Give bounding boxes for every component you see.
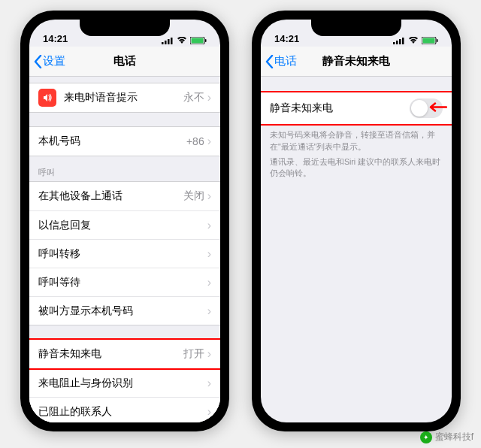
left-content: 来电时语音提示 永不 › 本机号码 +86 › 呼叫 在其他设备上通话 关闭 ›	[29, 83, 220, 422]
chevron-left-icon	[34, 55, 42, 68]
back-label: 设置	[43, 54, 65, 68]
show-caller-id-label: 被叫方显示本机号码	[38, 304, 207, 318]
back-button[interactable]: 设置	[29, 54, 65, 68]
watermark-text: 蜜蜂科技f	[435, 431, 473, 443]
svg-rect-0	[162, 42, 164, 44]
chevron-right-icon: ›	[207, 304, 211, 318]
chevron-left-icon	[265, 55, 274, 68]
svg-rect-8	[396, 41, 398, 44]
svg-rect-9	[399, 39, 401, 44]
chevron-right-icon: ›	[207, 247, 211, 261]
row-announce-calls[interactable]: 来电时语音提示 永不 ›	[29, 83, 220, 112]
notch	[80, 20, 170, 36]
wechat-icon: ✦	[420, 431, 432, 443]
row-other-devices[interactable]: 在其他设备上通话 关闭 ›	[29, 182, 220, 210]
my-number-label: 本机号码	[38, 135, 186, 148]
battery-icon	[190, 37, 207, 44]
silence-unknown-label: 静音未知来电	[38, 347, 183, 361]
battery-icon	[422, 37, 438, 44]
other-devices-value: 关闭	[183, 189, 204, 203]
announce-value: 永不	[183, 91, 204, 104]
row-call-forward[interactable]: 呼叫转移 ›	[29, 239, 220, 268]
status-right	[162, 37, 207, 44]
back-button[interactable]: 电话	[261, 54, 297, 68]
svg-rect-13	[437, 39, 438, 42]
back-label-right: 电话	[274, 54, 297, 68]
svg-rect-7	[393, 42, 395, 44]
svg-rect-10	[402, 38, 404, 44]
row-blocked[interactable]: 已阻止的联系人 ›	[29, 397, 220, 422]
status-time: 14:21	[43, 33, 68, 44]
call-forward-label: 呼叫转移	[38, 247, 207, 261]
row-my-number[interactable]: 本机号码 +86 ›	[29, 127, 220, 156]
my-number-value: +86	[186, 135, 204, 147]
svg-rect-6	[205, 39, 207, 42]
svg-rect-5	[192, 38, 204, 44]
chevron-right-icon: ›	[207, 219, 211, 232]
other-devices-label: 在其他设备上通话	[38, 189, 183, 203]
chevron-right-icon: ›	[207, 377, 211, 390]
signal-icon	[162, 37, 174, 44]
chevron-right-icon: ›	[207, 347, 211, 361]
nav-bar: 电话 静音未知来电	[261, 47, 452, 77]
footer-1: 未知号码来电将会静音，转接至语音信箱，并在"最近通话"列表中显示。	[261, 125, 452, 153]
screen-right: 14:21 电话 静音未知来电 静音未知来电	[261, 20, 452, 422]
footer-2: 通讯录、最近去电和Siri 建议中的联系人来电时仍会响铃。	[261, 153, 452, 180]
wifi-icon	[408, 37, 419, 44]
status-time: 14:21	[274, 33, 299, 44]
silence-toggle-switch[interactable]	[410, 98, 443, 118]
signal-icon	[393, 37, 405, 44]
wifi-icon	[177, 37, 187, 44]
right-content: 静音未知来电 未知号码来电将会静音，转接至语音信箱，并在"最近通话"列表中显示。…	[261, 92, 452, 180]
chevron-right-icon: ›	[207, 189, 211, 203]
screen-left: 14:21 设置 电话 来电时语音提示 永不	[29, 20, 220, 422]
nav-bar: 设置 电话	[29, 47, 220, 77]
watermark: ✦ 蜜蜂科技f	[420, 431, 473, 443]
text-reply-label: 以信息回复	[38, 219, 207, 232]
announce-label: 来电时语音提示	[64, 91, 183, 104]
svg-rect-12	[423, 38, 435, 44]
chevron-right-icon: ›	[207, 135, 211, 148]
chevron-right-icon: ›	[207, 405, 211, 419]
call-waiting-label: 呼叫等待	[38, 276, 207, 289]
phone-right: 14:21 电话 静音未知来电 静音未知来电	[252, 11, 461, 431]
row-silence-toggle[interactable]: 静音未知来电	[261, 92, 452, 124]
speaker-icon	[38, 89, 56, 107]
chevron-right-icon: ›	[207, 91, 211, 104]
row-silence-unknown[interactable]: 静音未知来电 打开 ›	[29, 340, 220, 368]
blocked-label: 已阻止的联系人	[38, 405, 207, 419]
svg-rect-1	[165, 41, 167, 44]
block-id-label: 来电阻止与身份识别	[38, 377, 207, 390]
silence-toggle-label: 静音未知来电	[270, 101, 410, 115]
row-show-caller-id[interactable]: 被叫方显示本机号码 ›	[29, 296, 220, 325]
svg-rect-2	[168, 39, 170, 44]
svg-rect-3	[171, 38, 173, 44]
notch	[311, 20, 401, 36]
calls-header: 呼叫	[29, 156, 220, 181]
status-right	[393, 37, 438, 44]
silence-unknown-value: 打开	[183, 347, 204, 361]
phone-left: 14:21 设置 电话 来电时语音提示 永不	[20, 11, 229, 431]
row-text-reply[interactable]: 以信息回复 ›	[29, 210, 220, 239]
row-call-waiting[interactable]: 呼叫等待 ›	[29, 268, 220, 296]
row-block-id[interactable]: 来电阻止与身份识别 ›	[29, 368, 220, 397]
chevron-right-icon: ›	[207, 276, 211, 289]
